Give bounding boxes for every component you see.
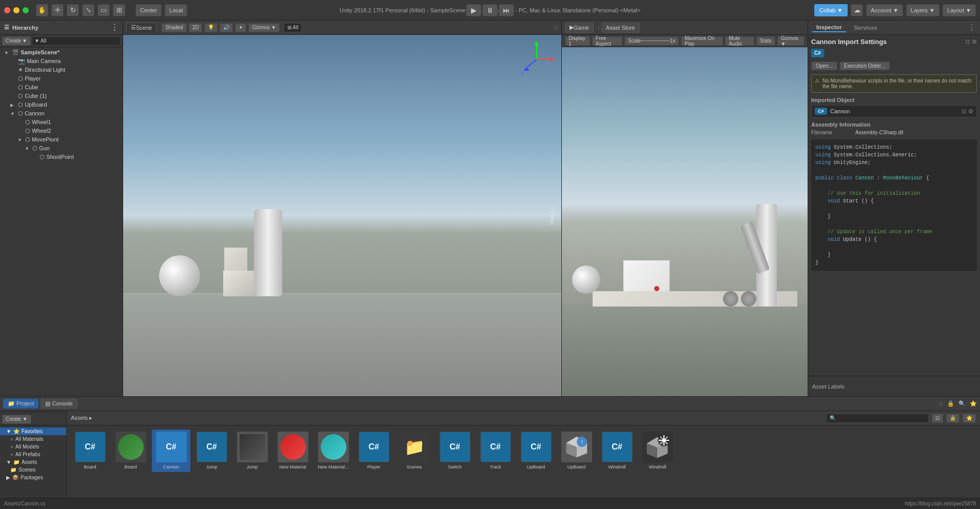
all-prefabs-item[interactable]: ○ All Prefabs [0, 451, 66, 458]
hier-main-camera[interactable]: 📷 Main Camera [0, 57, 123, 66]
execution-order-btn[interactable]: Execution Order... [839, 62, 890, 70]
account-dropdown[interactable]: Account ▼ [866, 4, 903, 16]
assets-view-btn[interactable]: ⊡ [932, 414, 943, 423]
move-tool-btn[interactable]: ✛ [51, 4, 64, 16]
pause-btn[interactable]: ⏸ [482, 4, 498, 16]
project-create-btn[interactable]: Create ▼ [2, 415, 31, 424]
hier-wheel2[interactable]: ⬡ Wheel2 [0, 127, 123, 135]
cloud-btn[interactable]: ☁ [851, 4, 863, 16]
hier-upboard[interactable]: ▶ ⬡ UpBoard [0, 100, 123, 109]
create-btn[interactable]: Create ▼ [2, 36, 31, 46]
scene-icon: 🎬 [12, 49, 19, 55]
aspect-btn[interactable]: Free Aspect [592, 36, 622, 46]
inspector-tab[interactable]: Inspector [812, 23, 846, 32]
insp-icon1[interactable]: ⊡ [965, 38, 970, 45]
asset-store-tab[interactable]: Asset Store [601, 23, 640, 33]
packages-item[interactable]: ▶ 📦 Packages [0, 474, 66, 481]
asset-track-cs[interactable]: C# Track [476, 430, 515, 472]
mute-btn[interactable]: Mute Audio [725, 36, 754, 46]
scale-tool-btn[interactable]: ⤡ [82, 4, 94, 16]
bottom-star-icon[interactable]: ⭐ [970, 400, 977, 407]
play-btn[interactable]: ▶ [466, 4, 481, 16]
layers-dropdown[interactable]: Layers ▼ [906, 4, 939, 16]
hier-player[interactable]: ⬡ Player [0, 74, 123, 83]
hier-gun[interactable]: ▼ ⬡ Gun [0, 144, 123, 153]
console-tab[interactable]: ▤ Console [41, 399, 77, 409]
asset-jump-cs[interactable]: C# Jump [192, 430, 231, 472]
bottom-search-icon[interactable]: 🔍 [958, 400, 966, 407]
asset-jump-mat[interactable]: Jump [233, 430, 271, 472]
project-tab[interactable]: 📁 Project [3, 399, 38, 409]
scene-tab[interactable]: ☰ Scene [126, 23, 156, 33]
asset-switch-cs[interactable]: C# Switch [436, 430, 474, 472]
asset-windmill-icon[interactable]: Windmill [638, 430, 677, 472]
hier-cube[interactable]: ⬡ Cube [0, 83, 123, 92]
asset-new-material-red[interactable]: New Material [273, 430, 312, 472]
maximize-btn[interactable]: Maximize On Play [681, 36, 723, 46]
asset-windmill-cs[interactable]: C# Windmill [598, 430, 636, 472]
transform-tool-btn[interactable]: ⊞ [113, 4, 125, 16]
all-models-item[interactable]: ○ All Models [0, 443, 66, 451]
asset-board-cs[interactable]: C# Board [71, 430, 109, 472]
asset-cannon-cs[interactable]: C# Cannon [152, 430, 190, 472]
scene-resize-icon[interactable]: ⊡ [554, 25, 558, 30]
bottom-tabs: 📁 Project ▤ Console ⊡ 🔒 🔍 ⭐ [0, 397, 980, 411]
asset-player-cs[interactable]: C# Player [355, 430, 393, 472]
gizmos-btn[interactable]: Gizmos ▼ [248, 23, 280, 32]
assets-item[interactable]: ▼ 📁 Assets [0, 458, 66, 466]
asset-new-material-teal[interactable]: New Material... [314, 430, 352, 472]
insp-icon2[interactable]: ⚙ [972, 38, 977, 45]
hierarchy-menu-icon[interactable]: ⋮ [110, 23, 119, 32]
hier-shootpoint[interactable]: ⬡ ShootPoint [0, 153, 123, 161]
assets-search-input[interactable] [826, 414, 929, 423]
step-btn[interactable]: ⏭ [499, 4, 514, 16]
game-gizmos-btn[interactable]: Gizmos ▼ [777, 36, 805, 46]
close-btn[interactable] [4, 7, 10, 13]
asset-upboard-mat[interactable]: ↑ UpBoard [557, 430, 596, 472]
maximize-btn[interactable] [23, 7, 29, 13]
scale-btn[interactable]: Scale ──────── 1x [624, 36, 679, 46]
imported-icon2[interactable]: ⚙ [968, 108, 973, 115]
scene-search[interactable]: ⊞ All [284, 23, 302, 32]
hier-cube1[interactable]: ⬡ Cube (1) [0, 92, 123, 100]
fx-btn[interactable]: ✦ [235, 23, 246, 32]
2d-btn[interactable]: 2D [189, 23, 203, 32]
bottom-lock-icon[interactable]: 🔒 [947, 400, 954, 407]
asset-upboard-cs[interactable]: C# UpBoard [517, 430, 555, 472]
hier-directional-light[interactable]: ☀ Directional Light [0, 66, 123, 74]
main-area: ☰ Hierarchy ⋮ Create ▼ ▼ 🎬 SampleScene* … [0, 21, 980, 396]
favorites-item[interactable]: ▼ ⭐ Favorites [0, 427, 66, 435]
hier-wheel1[interactable]: ⬡ Wheel1 [0, 118, 123, 127]
asset-board-mat[interactable]: Board [111, 430, 150, 472]
center-btn[interactable]: Center [135, 4, 162, 16]
rect-tool-btn[interactable]: ▭ [97, 4, 110, 16]
all-materials-item[interactable]: ○ All Materials [0, 435, 66, 443]
hier-cannon[interactable]: ▼ ⬡ Cannon [0, 109, 123, 118]
hier-scene[interactable]: ▼ 🎬 SampleScene* [0, 48, 123, 57]
filename-key: Filename [811, 130, 852, 135]
layout-dropdown[interactable]: Layout ▼ [943, 4, 976, 16]
assets-star-btn[interactable]: ⭐ [963, 414, 976, 423]
game-tab[interactable]: ▶ Game [565, 23, 594, 33]
hier-movepiont[interactable]: ▼ ⬡ MovePiont [0, 135, 123, 144]
collab-btn[interactable]: Collab ▼ [814, 4, 848, 16]
imported-icon1[interactable]: ⊡ [962, 108, 966, 115]
inspector-menu[interactable]: ⋮ [968, 23, 976, 32]
rotate-tool-btn[interactable]: ↻ [67, 4, 79, 16]
stats-btn[interactable]: Stats [756, 36, 775, 46]
hierarchy-search[interactable] [32, 36, 121, 46]
assets-lock-btn[interactable]: 🔒 [946, 414, 959, 423]
bottom-resize[interactable]: ⊡ [939, 401, 943, 406]
audio-btn[interactable]: 🔊 [220, 23, 233, 32]
hand-tool-btn[interactable]: ✋ [36, 4, 48, 16]
display-btn[interactable]: Display 1 [565, 36, 590, 46]
shaded-btn[interactable]: Shaded [162, 23, 186, 32]
minimize-btn[interactable] [13, 7, 19, 13]
local-btn[interactable]: Local [165, 4, 187, 16]
scenes-item[interactable]: 📁 Scenes [0, 466, 66, 474]
services-tab[interactable]: Services [850, 24, 881, 32]
lighting-btn[interactable]: 💡 [204, 23, 218, 32]
open-btn[interactable]: Open... [811, 62, 837, 70]
top-bar: ✋ ✛ ↻ ⤡ ▭ ⊞ Center Local Unity 2018.2.17… [0, 0, 980, 21]
asset-scenes-folder[interactable]: 📁 Scenes [395, 430, 434, 472]
